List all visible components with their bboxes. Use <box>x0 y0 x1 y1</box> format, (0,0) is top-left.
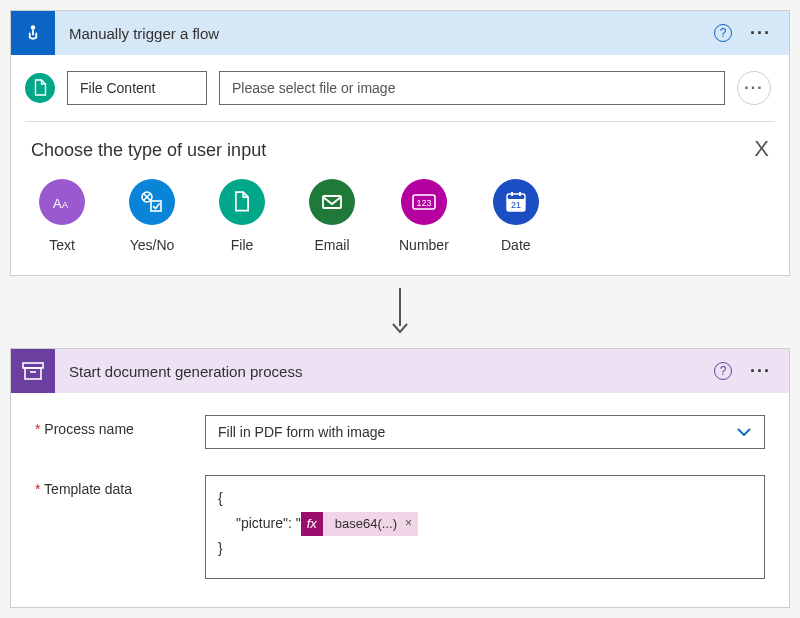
trigger-header[interactable]: Manually trigger a flow ? ··· <box>11 11 789 55</box>
param-name-text: File Content <box>80 80 155 96</box>
text-icon: AA <box>39 179 85 225</box>
svg-rect-9 <box>507 194 525 199</box>
code-key: "picture": " <box>236 511 301 536</box>
template-data-label: Template data <box>35 475 205 497</box>
code-line: "picture": " fx base64(...) × <box>218 511 752 536</box>
arrow-down-icon <box>390 286 410 334</box>
svg-rect-12 <box>519 192 521 196</box>
type-yesno[interactable]: Yes/No <box>129 179 175 253</box>
type-label: Yes/No <box>130 237 175 253</box>
email-icon <box>309 179 355 225</box>
svg-text:A: A <box>53 196 62 211</box>
type-options: AA Text Yes/No Fil <box>31 179 769 253</box>
action-title: Start document generation process <box>69 363 714 380</box>
process-name-select[interactable]: Fill in PDF form with image <box>205 415 765 449</box>
code-brace-open: { <box>218 486 752 511</box>
choose-type-title: Choose the type of user input <box>31 140 769 161</box>
svg-text:A: A <box>62 200 68 210</box>
action-card: Start document generation process ? ··· … <box>10 348 790 608</box>
type-date[interactable]: 21 Date <box>493 179 539 253</box>
more-icon[interactable]: ··· <box>750 362 771 380</box>
expression-token[interactable]: base64(...) × <box>323 512 418 536</box>
param-name-input[interactable]: File Content <box>67 71 207 105</box>
param-desc-text: Please select file or image <box>232 80 395 96</box>
process-name-value: Fill in PDF form with image <box>218 424 385 440</box>
action-body: Process name Fill in PDF form with image… <box>11 393 789 607</box>
template-data-row: Template data { "picture": " fx base64(.… <box>35 475 765 579</box>
choose-type-panel: Choose the type of user input X AA Text … <box>25 121 775 275</box>
type-email[interactable]: Email <box>309 179 355 253</box>
type-number[interactable]: 123 Number <box>399 179 449 253</box>
expression-text: base64(...) <box>335 512 397 535</box>
more-icon[interactable]: ··· <box>750 24 771 42</box>
file-icon <box>219 179 265 225</box>
trigger-card: Manually trigger a flow ? ··· File Conte… <box>10 10 790 276</box>
yesno-icon <box>129 179 175 225</box>
action-header[interactable]: Start document generation process ? ··· <box>11 349 789 393</box>
param-desc-input[interactable]: Please select file or image <box>219 71 725 105</box>
type-file[interactable]: File <box>219 179 265 253</box>
expression-badge: fx <box>301 512 323 536</box>
close-icon[interactable]: X <box>754 136 769 162</box>
archive-icon <box>11 349 55 393</box>
flow-connector <box>10 286 790 334</box>
remove-token-icon[interactable]: × <box>405 513 412 535</box>
file-icon <box>25 73 55 103</box>
code-brace-close: } <box>218 536 752 561</box>
type-text[interactable]: AA Text <box>39 179 85 253</box>
type-label: Text <box>49 237 75 253</box>
number-icon: 123 <box>401 179 447 225</box>
type-label: File <box>231 237 254 253</box>
type-label: Number <box>399 237 449 253</box>
help-icon[interactable]: ? <box>714 24 732 42</box>
trigger-title: Manually trigger a flow <box>69 25 714 42</box>
svg-rect-5 <box>323 196 341 208</box>
param-more-button[interactable]: ··· <box>737 71 771 105</box>
svg-rect-16 <box>25 368 41 379</box>
touch-icon <box>11 11 55 55</box>
type-label: Email <box>314 237 349 253</box>
trigger-param-row: File Content Please select file or image… <box>11 55 789 121</box>
template-data-input[interactable]: { "picture": " fx base64(...) × } <box>205 475 765 579</box>
svg-rect-4 <box>151 201 161 211</box>
help-icon[interactable]: ? <box>714 362 732 380</box>
svg-text:123: 123 <box>416 198 431 208</box>
more-icon: ··· <box>744 80 763 96</box>
svg-point-0 <box>31 25 35 29</box>
svg-text:21: 21 <box>511 200 521 210</box>
type-label: Date <box>501 237 531 253</box>
process-name-row: Process name Fill in PDF form with image <box>35 415 765 449</box>
svg-rect-11 <box>511 192 513 196</box>
process-name-label: Process name <box>35 415 205 437</box>
chevron-down-icon <box>736 424 752 440</box>
date-icon: 21 <box>493 179 539 225</box>
